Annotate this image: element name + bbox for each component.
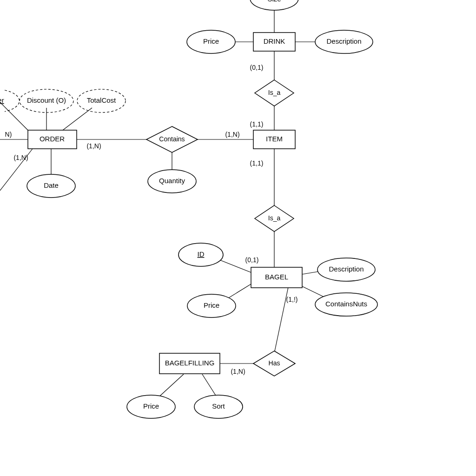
attr-order-date: Date: [27, 174, 75, 198]
attr-drink-size-label: Size: [267, 0, 281, 3]
card-bagel-has: (1,!): [286, 296, 298, 303]
rel-contains: Contains: [146, 126, 198, 152]
attr-bagel-description: Description: [317, 258, 375, 281]
attr-order-date-label: Date: [44, 181, 59, 189]
rel-is-a-mid: Is_a: [255, 205, 294, 231]
attr-contains-quantity-label: Quantity: [159, 177, 185, 185]
entity-order-label: ORDER: [40, 135, 65, 143]
er-diagram: (0,1) (1,1) N) (1,N) (1,N) (1,N) (1,1) (…: [0, 0, 476, 476]
card-item-isa-top: (1,1): [250, 120, 264, 128]
rel-is-a-mid-label: Is_a: [268, 214, 281, 222]
attr-order-discount-label: Discount (O): [27, 96, 66, 104]
svg-line-4: [0, 102, 28, 130]
card-bagel-isa: (0,1): [245, 256, 259, 264]
entity-drink: DRINK: [253, 33, 295, 51]
card-order-left: N): [5, 131, 12, 138]
rel-has: Has: [253, 351, 295, 376]
card-order-bl: (1,N): [13, 154, 28, 161]
attr-bf-price-label: Price: [143, 402, 159, 410]
attr-order-number-partial: er: [0, 90, 20, 112]
attr-drink-description-label: Description: [326, 37, 361, 45]
rel-has-label: Has: [269, 359, 280, 367]
attr-order-totalcost-label: TotalCost: [87, 96, 116, 104]
entity-item-label: ITEM: [266, 135, 283, 143]
attr-bagel-description-label: Description: [329, 265, 364, 273]
card-item-contains: (1,N): [225, 131, 239, 138]
rel-contains-label: Contains: [159, 135, 185, 143]
attr-bagel-price-label: Price: [204, 301, 219, 309]
entity-order: ORDER: [28, 130, 77, 149]
entity-bagel: BAGEL: [251, 267, 302, 288]
attr-drink-price: Price: [187, 30, 235, 53]
attr-order-number-label: er: [0, 96, 4, 104]
rel-is-a-top: Is_a: [255, 80, 294, 106]
attr-drink-size: Size: [250, 0, 298, 10]
card-drink-isa: (0,1): [250, 64, 264, 71]
card-bf-has: (1,N): [231, 368, 245, 375]
attr-contains-quantity: Quantity: [148, 170, 196, 193]
attr-bagel-containsnuts: ContainsNuts: [315, 293, 377, 316]
attr-order-totalcost: TotalCost: [77, 89, 126, 112]
attr-bf-sort-label: Sort: [212, 402, 225, 410]
svg-line-6: [63, 108, 92, 130]
attr-bf-price: Price: [127, 395, 175, 418]
attr-bagel-id-label: ID: [198, 250, 205, 258]
svg-line-14: [225, 283, 253, 300]
card-item-isa-mid: (1,1): [250, 159, 264, 167]
entity-bagel-label: BAGEL: [265, 273, 288, 281]
entity-item: ITEM: [253, 130, 295, 149]
rel-is-a-top-label: Is_a: [268, 89, 281, 96]
attr-bagel-id: ID: [178, 243, 223, 266]
entity-drink-label: DRINK: [264, 37, 285, 45]
card-order-contains: (1,N): [86, 142, 101, 150]
attr-drink-price-label: Price: [203, 37, 219, 45]
entity-bagelfilling-label: BAGELFILLING: [165, 359, 215, 367]
attr-bagel-containsnuts-label: ContainsNuts: [325, 300, 367, 308]
attr-bagel-price: Price: [187, 294, 236, 317]
attr-bf-sort: Sort: [194, 395, 243, 418]
entity-bagelfilling: BAGELFILLING: [159, 353, 220, 374]
attr-drink-description: Description: [315, 30, 373, 53]
